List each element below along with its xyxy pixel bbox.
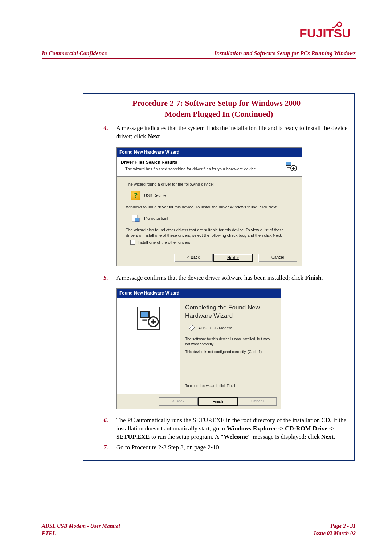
wizard1-cancel-button[interactable]: Cancel <box>258 254 297 262</box>
page-footer: ADSL USB Modem - User Manual FTEL Page 2… <box>42 522 356 537</box>
wizard2-close: To close this wizard, click Finish. <box>185 384 275 389</box>
step-5-body: A message confirms that the device drive… <box>116 274 348 409</box>
inf-file-icon <box>131 214 140 223</box>
hardware-icon <box>137 307 160 330</box>
step-5-text-c: . <box>322 274 323 281</box>
wizard2-msg2: This device is not configured correctly.… <box>185 349 275 355</box>
install-other-label: Install one of the other drivers <box>138 240 190 245</box>
svg-rect-9 <box>141 312 148 317</box>
wizard1-file: f:\grootusb.inf <box>144 216 168 221</box>
step-5: 5. A message confirms that the device dr… <box>90 274 348 409</box>
step-6-body: The PC automatically runs the SETUP.EXE … <box>116 416 348 441</box>
step-6-text-c: message is displayed; click <box>251 433 321 440</box>
wizard2-finish-button[interactable]: Finish <box>198 397 238 406</box>
step-5-number: 5. <box>90 274 116 409</box>
wizard2-titlebar: Found New Hardware Wizard <box>117 289 281 297</box>
header-rule <box>42 58 356 59</box>
footer-ftel: FTEL <box>42 530 120 537</box>
wizard1-line2: Windows found a driver for this device. … <box>126 204 294 210</box>
procedure-title: Procedure 2-7: Software Setup for Window… <box>90 98 348 119</box>
step-7-body: Go to Procedure 2-3 Step 3, on page 2-10… <box>116 443 348 452</box>
wizard1-line3: The wizard also found other drivers that… <box>126 227 294 238</box>
svg-rect-4 <box>287 167 290 168</box>
step-4-body: A message indicates that the system find… <box>116 124 348 266</box>
step-6-welcome: "Welcome" <box>220 433 251 440</box>
header-right: Installation and Software Setup for PCs … <box>214 50 356 57</box>
wizard-driver-search: Found New Hardware Wizard Driver Files S… <box>116 147 302 266</box>
wizard2-heading: Completing the Found New Hardware Wizard <box>185 304 275 320</box>
fujitsu-logo: FUJITSU <box>299 21 356 41</box>
wizard-completed: Found New Hardware Wizard Completing the… <box>116 288 281 409</box>
svg-rect-7 <box>135 218 139 222</box>
step-4-text-c: . <box>160 133 162 140</box>
procedure-box: Procedure 2-7: Software Setup for Window… <box>83 93 355 461</box>
install-other-checkbox[interactable] <box>130 240 135 245</box>
hardware-icon <box>284 159 297 173</box>
footer-manual: ADSL USB Modem - User Manual <box>42 522 120 530</box>
wizard1-heading: Driver Files Search Results <box>121 159 257 165</box>
footer-rule <box>42 520 356 520</box>
step-4-number: 4. <box>90 124 116 266</box>
step-4: 4. A message indicates that the system f… <box>90 124 348 266</box>
wizard2-msg1: The software for this device is now inst… <box>185 337 275 347</box>
step-7-number: 7. <box>90 443 116 452</box>
step-7: 7. Go to Procedure 2-3 Step 3, on page 2… <box>90 443 348 452</box>
procedure-title-line2: Modem Plugged In (Continued) <box>165 109 273 118</box>
svg-text:FUJITSU: FUJITSU <box>299 26 351 40</box>
footer-issue: Issue 02 March 02 <box>314 530 356 537</box>
wizard1-back-button[interactable]: < Back <box>174 254 213 262</box>
wizard2-back-button: < Back <box>159 397 198 406</box>
step-6-text-d: . <box>334 433 335 440</box>
step-6-next: Next <box>321 433 334 440</box>
step-6: 6. The PC automatically runs the SETUP.E… <box>90 416 348 441</box>
wizard1-next-button[interactable]: Next > <box>213 254 253 262</box>
wizard1-titlebar: Found New Hardware Wizard <box>117 148 302 157</box>
wizard2-cancel-button: Cancel <box>238 397 277 406</box>
wizard1-subheading: The wizard has finished searching for dr… <box>125 166 257 172</box>
page-header: In Commercial Confidence Installation an… <box>42 50 356 57</box>
step-6-text-b: to run the setup program. A <box>150 433 220 440</box>
step-5-text-a: A message confirms that the device drive… <box>116 274 305 281</box>
svg-rect-10 <box>142 319 147 321</box>
wizard1-device: USB Device <box>144 193 166 198</box>
procedure-title-line1: Procedure 2-7: Software Setup for Window… <box>132 98 305 108</box>
step-4-next: Next <box>148 133 160 140</box>
step-5-finish: Finish <box>305 274 321 281</box>
question-device-icon: ? <box>131 191 140 200</box>
wizard2-device: ADSL USB Modem <box>198 325 232 331</box>
modem-device-icon <box>188 324 195 333</box>
header-left: In Commercial Confidence <box>42 50 107 57</box>
step-6-number: 6. <box>90 416 116 441</box>
svg-rect-3 <box>286 162 291 165</box>
wizard1-line1: The wizard found a driver for the follow… <box>126 182 294 187</box>
footer-page: Page 2 - 31 <box>314 522 356 530</box>
